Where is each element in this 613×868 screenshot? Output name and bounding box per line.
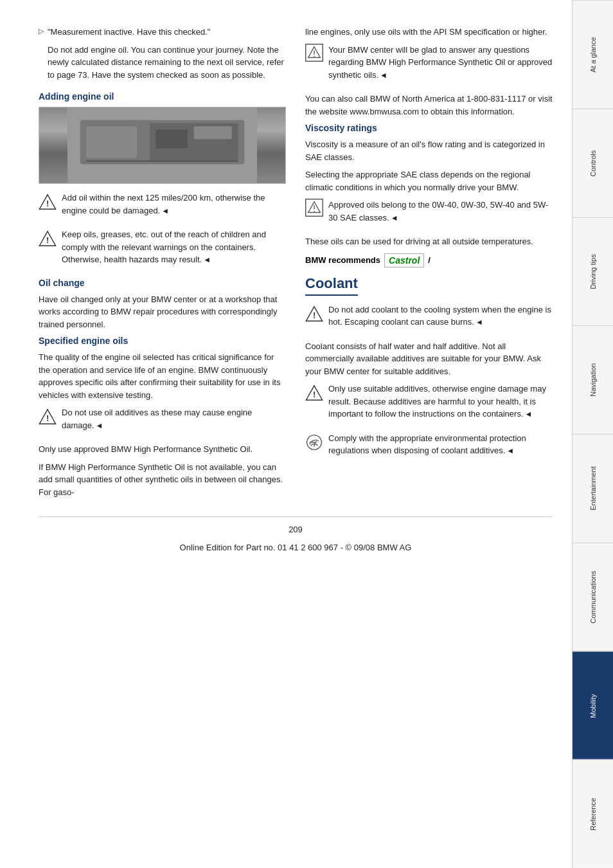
warning-no-additives: ! Do not use oil additives as these may … bbox=[39, 406, 286, 437]
eco-icon bbox=[305, 433, 323, 451]
svg-text:!: ! bbox=[46, 414, 49, 423]
svg-rect-2 bbox=[87, 127, 138, 158]
bullet-triangle-icon: ▷ bbox=[39, 27, 44, 35]
specified-oils-heading: Specified engine oils bbox=[39, 336, 286, 346]
note-svg-1 bbox=[306, 44, 323, 62]
page-container: ▷ "Measurement inactive. Have this check… bbox=[0, 0, 613, 868]
triangle-svg-1: ! bbox=[39, 193, 57, 211]
oil-change-para: Have oil changed only at your BMW center… bbox=[39, 293, 286, 331]
eco-svg bbox=[305, 433, 323, 451]
warning-add-oil: ! Add oil within the next 125 miles/200 … bbox=[39, 192, 286, 222]
oil-change-heading: Oil change bbox=[39, 278, 286, 288]
svg-rect-4 bbox=[156, 129, 188, 149]
adding-engine-oil-heading: Adding engine oil bbox=[39, 91, 286, 102]
back-ref-2: ◄ bbox=[203, 255, 211, 264]
note-approved-oils-text: Approved oils belong to the 0W-40, 0W-30… bbox=[328, 199, 553, 224]
eco-note: Comply with the appropriate environmenta… bbox=[305, 432, 553, 462]
only-use-para: Only use approved BMW High Performance S… bbox=[39, 443, 286, 456]
viscosity-para1: Viscosity is a measure of an oil's flow … bbox=[305, 138, 553, 163]
svg-text:!: ! bbox=[46, 236, 49, 245]
coolant-heading: Coolant bbox=[305, 275, 358, 296]
svg-point-20 bbox=[314, 211, 315, 212]
warning-suitable-additives-text: Only use suitable additives, otherwise e… bbox=[328, 383, 553, 420]
svg-text:!: ! bbox=[313, 390, 315, 399]
engine-img-inner bbox=[39, 107, 285, 183]
main-content: ▷ "Measurement inactive. Have this check… bbox=[0, 0, 572, 868]
svg-text:!: ! bbox=[46, 199, 49, 208]
svg-text:!: ! bbox=[313, 311, 315, 320]
warning-triangle-icon-2: ! bbox=[39, 230, 57, 248]
note-bmw-center-text: Your BMW center will be glad to answer a… bbox=[328, 44, 553, 82]
gaso-line-para: line engines, only use oils with the API… bbox=[305, 26, 553, 39]
svg-rect-5 bbox=[194, 127, 232, 140]
warning-triangle-icon-3: ! bbox=[39, 408, 57, 426]
specified-oils-para1: The quality of the engine oil selected h… bbox=[39, 351, 286, 401]
viscosity-para2: Selecting the appropriate SAE class depe… bbox=[305, 168, 553, 194]
sidebar-item-communications[interactable]: Communications bbox=[573, 543, 613, 651]
bmw-recommends-label: BMW recommends bbox=[305, 255, 380, 265]
bmw-recommends-row: BMW recommends Castrol / bbox=[305, 253, 553, 267]
measurement-inactive-text: "Measurement inactive. Have this checked… bbox=[48, 26, 286, 39]
sidebar: At a glance Controls Driving tips Naviga… bbox=[572, 0, 613, 868]
viscosity-ratings-heading: Viscosity ratings bbox=[305, 123, 553, 133]
note-approved-oils: Approved oils belong to the 0W-40, 0W-30… bbox=[305, 199, 553, 229]
note-svg-2 bbox=[306, 199, 323, 217]
triangle-svg-4: ! bbox=[305, 305, 323, 323]
warning-triangle-icon-1: ! bbox=[39, 193, 57, 211]
footer-text: Online Edition for Part no. 01 41 2 600 … bbox=[39, 541, 553, 554]
warning-suitable-additives: ! Only use suitable additives, otherwise… bbox=[305, 383, 553, 426]
sidebar-item-mobility[interactable]: Mobility bbox=[573, 651, 613, 760]
back-ref-note2: ◄ bbox=[391, 213, 398, 222]
back-ref-4: ◄ bbox=[475, 318, 483, 327]
warning-keep-oils-text: Keep oils, greases, etc. out of the reac… bbox=[62, 228, 286, 266]
triangle-svg-2: ! bbox=[39, 230, 57, 248]
svg-point-16 bbox=[314, 55, 315, 57]
sidebar-item-reference[interactable]: Reference bbox=[573, 759, 613, 868]
coolant-para1: Coolant consists of half water and half … bbox=[305, 340, 553, 378]
engine-svg bbox=[39, 107, 285, 183]
do-not-add-para: Do not add engine oil. You can continue … bbox=[48, 44, 286, 82]
back-ref-6: ◄ bbox=[506, 446, 514, 455]
triangle-svg-5: ! bbox=[305, 384, 323, 402]
note-triangle-icon-2 bbox=[305, 199, 323, 217]
sidebar-item-navigation[interactable]: Navigation bbox=[573, 325, 613, 434]
castrol-logo: Castrol bbox=[384, 253, 424, 267]
note-bmw-center: Your BMW center will be glad to answer a… bbox=[305, 44, 553, 87]
page-number: 209 bbox=[39, 523, 553, 536]
left-column: ▷ "Measurement inactive. Have this check… bbox=[39, 26, 286, 503]
all-temps-para: These oils can be used for driving at al… bbox=[305, 235, 553, 248]
back-ref-1: ◄ bbox=[161, 206, 169, 215]
sidebar-item-driving-tips[interactable]: Driving tips bbox=[573, 217, 613, 326]
warning-coolant-hot: ! Do not add coolant to the cooling syst… bbox=[305, 303, 553, 334]
castrol-separator: / bbox=[428, 255, 431, 265]
if-not-avail-para: If BMW High Performance Synthetic Oil is… bbox=[39, 461, 286, 499]
warning-triangle-icon-4: ! bbox=[305, 305, 323, 323]
page-footer: 209 Online Edition for Part no. 01 41 2 … bbox=[39, 516, 553, 554]
warning-keep-oils: ! Keep oils, greases, etc. out of the re… bbox=[39, 228, 286, 271]
sidebar-item-controls[interactable]: Controls bbox=[573, 109, 613, 217]
engine-oil-image bbox=[39, 107, 286, 184]
two-col-layout: ▷ "Measurement inactive. Have this check… bbox=[39, 26, 553, 503]
warning-add-oil-text: Add oil within the next 125 miles/200 km… bbox=[62, 192, 286, 217]
sidebar-item-at-a-glance[interactable]: At a glance bbox=[573, 0, 613, 109]
right-column: line engines, only use oils with the API… bbox=[305, 26, 553, 503]
warning-triangle-icon-5: ! bbox=[305, 384, 323, 402]
triangle-svg-3: ! bbox=[39, 408, 57, 426]
back-ref-note1: ◄ bbox=[380, 71, 387, 80]
back-ref-5: ◄ bbox=[525, 410, 533, 419]
eco-note-text: Comply with the appropriate environmenta… bbox=[328, 432, 553, 457]
note-triangle-icon-1 bbox=[305, 44, 323, 62]
call-para: You can also call BMW of North America a… bbox=[305, 93, 553, 118]
sidebar-item-entertainment[interactable]: Entertainment bbox=[573, 434, 613, 543]
back-ref-3: ◄ bbox=[96, 421, 103, 430]
measurement-inactive-item: ▷ "Measurement inactive. Have this check… bbox=[39, 26, 286, 86]
warning-no-additives-text: Do not use oil additives as these may ca… bbox=[62, 406, 286, 431]
warning-coolant-hot-text: Do not add coolant to the cooling system… bbox=[328, 303, 553, 329]
